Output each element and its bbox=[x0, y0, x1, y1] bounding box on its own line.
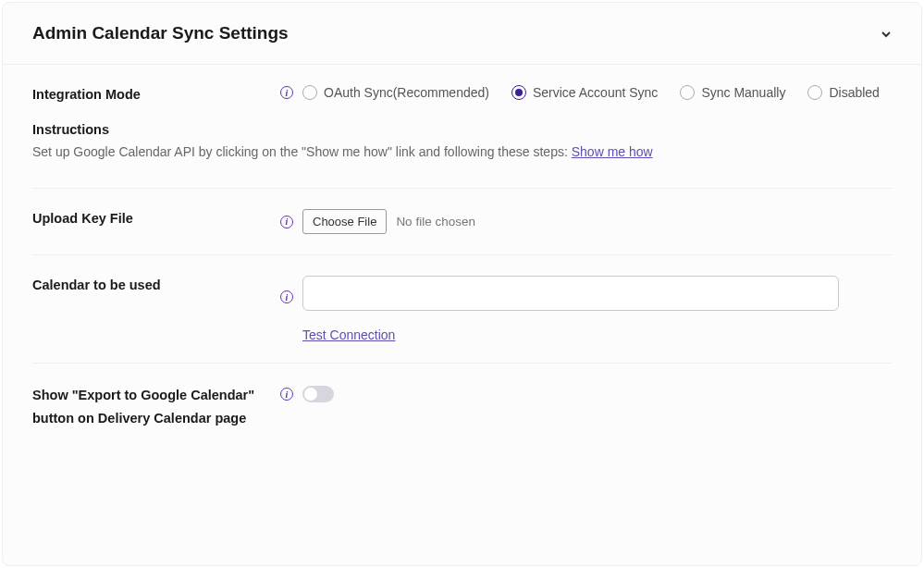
radio-label: Sync Manually bbox=[701, 85, 785, 100]
radio-sync-manually[interactable]: Sync Manually bbox=[680, 85, 785, 100]
toggle-knob bbox=[304, 388, 317, 401]
instructions-title: Instructions bbox=[32, 122, 892, 137]
radio-circle bbox=[511, 85, 526, 100]
instructions-text: Set up Google Calendar API by clicking o… bbox=[32, 142, 892, 162]
upload-key-file-label: Upload Key File bbox=[32, 209, 280, 226]
export-toggle[interactable] bbox=[302, 386, 334, 402]
info-icon[interactable]: i bbox=[280, 290, 293, 303]
test-connection-link[interactable]: Test Connection bbox=[302, 327, 395, 342]
radio-disabled[interactable]: Disabled bbox=[807, 85, 879, 100]
panel-header[interactable]: Admin Calendar Sync Settings bbox=[3, 3, 921, 65]
radio-service-account-sync[interactable]: Service Account Sync bbox=[511, 85, 658, 100]
integration-mode-row: Integration Mode i OAuth Sync(Recommende… bbox=[3, 65, 921, 122]
panel-title: Admin Calendar Sync Settings bbox=[32, 23, 289, 43]
settings-panel: Admin Calendar Sync Settings Integration… bbox=[2, 2, 922, 566]
calendar-content: i Test Connection bbox=[280, 276, 839, 342]
integration-mode-label: Integration Mode bbox=[32, 85, 280, 102]
instructions-body: Set up Google Calendar API by clicking o… bbox=[32, 144, 572, 159]
radio-label: OAuth Sync(Recommended) bbox=[324, 85, 489, 100]
info-icon[interactable]: i bbox=[280, 388, 293, 401]
file-status: No file chosen bbox=[396, 215, 475, 228]
chevron-down-icon[interactable] bbox=[881, 28, 892, 39]
upload-content: i Choose File No file chosen bbox=[280, 209, 892, 234]
show-me-how-link[interactable]: Show me how bbox=[572, 144, 653, 159]
calendar-input[interactable] bbox=[302, 276, 839, 311]
radio-circle bbox=[680, 85, 695, 100]
calendar-inner: i bbox=[280, 276, 839, 311]
export-toggle-content: i bbox=[280, 384, 892, 402]
radio-circle bbox=[807, 85, 822, 100]
choose-file-button[interactable]: Choose File bbox=[302, 209, 387, 234]
radio-dot bbox=[515, 89, 523, 96]
radio-label: Disabled bbox=[829, 85, 879, 100]
export-toggle-row: Show "Export to Google Calendar" button … bbox=[3, 364, 921, 450]
integration-mode-content: i OAuth Sync(Recommended) Service Accoun… bbox=[280, 85, 892, 100]
radio-oauth-sync[interactable]: OAuth Sync(Recommended) bbox=[302, 85, 489, 100]
calendar-row: Calendar to be used i Test Connection bbox=[3, 255, 921, 363]
instructions-block: Instructions Set up Google Calendar API … bbox=[3, 122, 921, 188]
info-icon[interactable]: i bbox=[280, 216, 293, 228]
radio-label: Service Account Sync bbox=[533, 85, 658, 100]
integration-mode-radio-group: OAuth Sync(Recommended) Service Account … bbox=[302, 85, 880, 100]
upload-key-file-row: Upload Key File i Choose File No file ch… bbox=[3, 189, 921, 254]
calendar-label: Calendar to be used bbox=[32, 276, 280, 292]
export-toggle-label: Show "Export to Google Calendar" button … bbox=[32, 384, 280, 429]
radio-circle bbox=[302, 85, 317, 100]
info-icon[interactable]: i bbox=[280, 86, 293, 99]
